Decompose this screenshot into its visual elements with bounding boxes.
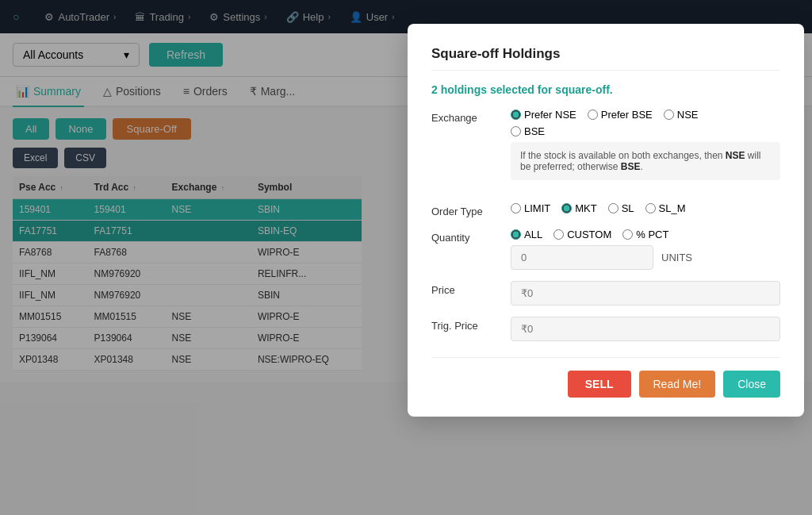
exchange-prefer-nse[interactable]: Prefer NSE: [511, 109, 576, 121]
exchange-bse[interactable]: BSE: [511, 125, 545, 137]
exchange-info: If the stock is available on both exchan…: [511, 142, 780, 180]
order-type-radio-group: LIMIT MKT SL SL_M: [511, 202, 780, 214]
quantity-radio-group: ALL CUSTOM % PCT: [511, 229, 780, 240]
quantity-controls: ALL CUSTOM % PCT UNITS: [511, 229, 780, 270]
order-mkt[interactable]: MKT: [561, 202, 596, 214]
exchange-prefer-bse[interactable]: Prefer BSE: [588, 109, 653, 121]
exchange-label: Exchange: [431, 109, 503, 124]
order-sl-m[interactable]: SL_M: [645, 202, 686, 214]
quantity-label: Quantity: [431, 229, 503, 244]
close-button[interactable]: Close: [723, 371, 780, 398]
trig-price-input[interactable]: [511, 317, 780, 341]
qty-pct[interactable]: % PCT: [622, 229, 668, 240]
exchange-controls: Prefer NSE Prefer BSE NSE BSE: [511, 109, 780, 191]
exchange-nse[interactable]: NSE: [664, 109, 699, 121]
qty-custom[interactable]: CUSTOM: [553, 229, 611, 240]
price-input[interactable]: [511, 281, 780, 306]
price-row: Price: [431, 281, 780, 306]
units-label: UNITS: [661, 252, 692, 263]
order-type-row: Order Type LIMIT MKT SL: [431, 202, 780, 217]
exchange-row: Exchange Prefer NSE Prefer BSE NSE: [431, 109, 780, 191]
sell-button[interactable]: SELL: [568, 371, 631, 398]
order-type-controls: LIMIT MKT SL SL_M: [511, 202, 780, 214]
dialog-subtitle: 2 holdings selected for square-off.: [431, 83, 780, 96]
quantity-input[interactable]: [511, 245, 653, 270]
exchange-radio-group2: BSE: [511, 125, 780, 137]
order-sl[interactable]: SL: [608, 202, 634, 214]
dialog-footer: SELL Read Me! Close: [431, 357, 780, 398]
qty-input-row: UNITS: [511, 245, 780, 270]
readme-button[interactable]: Read Me!: [639, 371, 716, 398]
exchange-radio-group: Prefer NSE Prefer BSE NSE: [511, 109, 780, 121]
order-type-label: Order Type: [431, 202, 503, 217]
price-controls: [511, 281, 780, 306]
modal-overlay: Square-off Holdings 2 holdings selected …: [0, 0, 812, 515]
trig-price-label: Trig. Price: [431, 317, 503, 332]
trig-price-controls: [511, 317, 780, 341]
price-label: Price: [431, 281, 503, 296]
quantity-row: Quantity ALL CUSTOM % PCT: [431, 229, 780, 270]
qty-all[interactable]: ALL: [511, 229, 542, 240]
squareoff-dialog: Square-off Holdings 2 holdings selected …: [408, 24, 804, 417]
dialog-title: Square-off Holdings: [431, 46, 780, 71]
order-limit[interactable]: LIMIT: [511, 202, 550, 214]
trig-price-row: Trig. Price: [431, 317, 780, 341]
